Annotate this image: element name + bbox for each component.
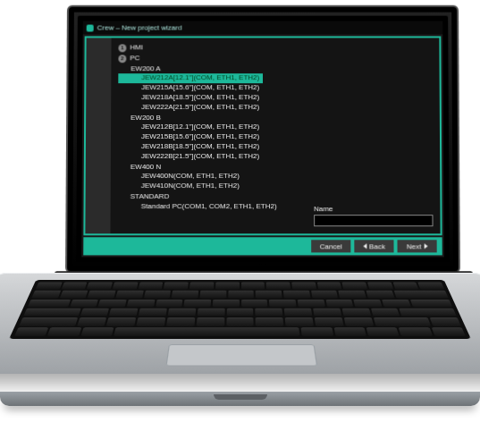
keyboard-key [144,291,172,298]
keyboard-key [366,327,400,336]
tree-item[interactable]: JEW218A[18.5"](COM, ETH1, ETH2) [118,93,308,103]
keyboard-key [284,309,312,317]
button-label: Back [369,242,385,250]
name-label: Name [314,205,433,213]
keyboard-key [98,300,127,308]
keyboard-key [313,309,341,317]
keyboard-key [115,291,143,298]
titlebar: Crew – New project wizard [83,21,443,35]
keyboard-key [418,283,445,290]
keyboard-key [168,309,196,317]
keyboard-key [367,283,393,290]
keyboard-key [316,283,341,290]
keyboard-key [228,291,254,298]
tree-item[interactable]: JEW212B[12.1"](COM, ETH1, ETH2) [118,123,308,132]
laptop-mockup: Crew – New project wizard 1 HMI 2 PC [0,0,480,448]
tree-item[interactable]: JEW218B[18.5"](COM, ETH1, ETH2) [118,142,308,152]
keyboard-key [298,300,325,308]
keyboard-key [285,317,314,325]
left-margin-strip [85,38,111,233]
app-icon [87,24,94,31]
keyboard-key [172,291,198,298]
laptop-lid: Crew – New project wizard 1 HMI 2 PC [65,5,460,274]
back-button[interactable]: Back [354,240,393,252]
wizard-step-1[interactable]: 1 HMI [118,43,307,53]
window-title: Crew – New project wizard [97,24,182,32]
tree-item[interactable]: JEW212A[12.1"](COM, ETH1, ETH2) [118,74,263,84]
next-button[interactable]: Next [397,240,436,252]
keyboard-key [166,317,195,325]
keyboard-key [87,283,113,290]
keyboard-key [139,283,164,290]
keyboard-key [31,291,61,298]
keyboard-key [393,291,448,298]
tree-item[interactable]: JEW222A[21.5"](COM, ETH1, ETH2) [118,103,308,113]
keyboard-key [80,327,114,336]
device-tree: 1 HMI 2 PC EW200 AJEW212A[12.1"](COM, ET… [118,43,309,230]
keyboard-key [342,283,368,290]
keyboard-key [189,283,214,290]
keyboard-key [60,291,88,298]
tree-item[interactable]: JEW410N(COM, ETH1, ETH2) [118,182,308,191]
keyboard-key [19,317,78,325]
keyboard-key [61,283,87,290]
keyboard-key [28,300,71,308]
keyboard-key [139,309,167,317]
step-number-icon: 1 [118,44,126,52]
tree-item[interactable]: JEW215A[15.6"](COM, ETH1, ETH2) [118,83,308,93]
keyboard-key [215,283,240,290]
keyboard-key [325,300,353,308]
wizard-footer: Cancel Back Next [83,237,442,255]
tree-item[interactable]: JEW222B[21.5"](COM, ETH1, ETH2) [118,152,308,162]
step-label: HMI [130,43,143,53]
cancel-button[interactable]: Cancel [311,240,350,252]
tree-group-label[interactable]: EW200 B [118,114,308,123]
name-input[interactable] [314,215,433,226]
keyboard-key [256,317,283,325]
keyboard-key [311,291,339,298]
keyboard-key [196,317,223,325]
keyboard-key [36,283,63,290]
tree-item[interactable]: JEW215B[15.6"](COM, ETH1, ETH2) [118,132,308,142]
keyboard-key [241,283,265,290]
keyboard-key [256,309,283,317]
keyboard-key [106,317,136,325]
keyboard-key [88,291,116,298]
keyboard-key [14,327,49,336]
keyboard-key [400,309,457,317]
keyboard-key [344,317,374,325]
tree-group-label[interactable]: EW400 N [118,163,308,173]
keyboard-key [80,309,109,317]
keyboard-key [114,327,299,336]
laptop-deck [0,273,480,374]
keyboard-key [256,291,282,298]
tree-item[interactable]: Standard PC(COM1, COM2, ETH1, ETH2) [118,202,308,212]
wizard-step-2[interactable]: 2 PC [118,54,307,63]
keyboard-key [430,317,461,325]
chevron-right-icon [424,243,427,249]
keyboard-key [164,283,189,290]
keyboard-key [47,327,81,336]
tree-group-label[interactable]: EW200 A [118,64,307,74]
trackpad [165,344,317,366]
keyboard-key [184,300,211,308]
keyboard-key [315,317,344,325]
keyboard-key [156,300,183,308]
keyboard-key [213,300,240,308]
keyboard-key [341,309,371,317]
keyboard [9,280,471,339]
keyboard-key [392,283,418,290]
keyboard-key [431,327,466,336]
keyboard-key [399,327,433,336]
tree-item[interactable]: JEW400N(COM, ETH1, ETH2) [118,172,308,182]
keyboard-key [241,300,268,308]
keyboard-key [266,283,291,290]
tree-group-label[interactable]: STANDARD [118,192,308,202]
keyboard-key [269,300,296,308]
keyboard-key [197,309,224,317]
keyboard-key [333,327,366,336]
keyboard-key [226,309,254,317]
keyboard-key [200,291,227,298]
keyboard-key [113,283,139,290]
keyboard-key [109,309,139,317]
